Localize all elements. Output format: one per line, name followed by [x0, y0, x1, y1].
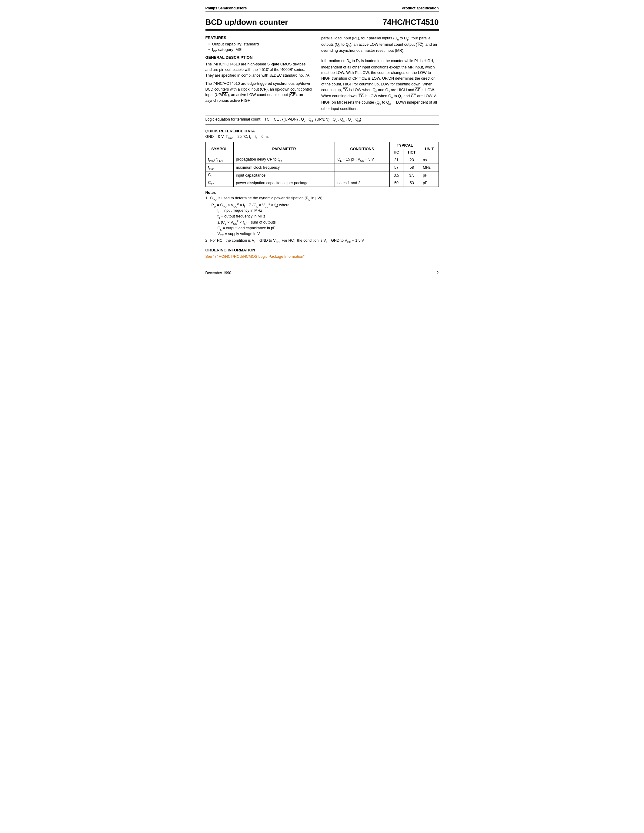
- ordering-link[interactable]: See “74HC/HCT/HCU/HCMOS Logic Package In…: [206, 254, 306, 259]
- table-row: CPD power dissipation capacitance per pa…: [206, 179, 438, 187]
- footer-date: December 1990: [206, 271, 231, 275]
- cell-symbol: CI: [206, 172, 233, 179]
- right-para2: Information on D0 to D3 is loaded into t…: [321, 58, 439, 111]
- cell-conditions: CL = 15 pF; VCC = 5 V: [335, 156, 390, 164]
- company-name: Philips Semiconductors: [206, 6, 247, 10]
- title-rule: [206, 29, 439, 31]
- cell-symbol: fmax: [206, 164, 233, 172]
- cell-conditions: notes 1 and 2: [335, 179, 390, 187]
- part-number: 74HC/HCT4510: [383, 18, 439, 27]
- logic-eq-text: Logic equation for terminal count: TC = …: [206, 117, 361, 121]
- ordering-heading: ORDERING INFORMATION: [206, 248, 439, 252]
- col-symbol: SYMBOL: [206, 142, 233, 156]
- features-list: Output capability: standard ICC category…: [206, 42, 312, 53]
- cell-parameter: input capacitance: [233, 172, 335, 179]
- col-conditions: CONDITIONS: [335, 142, 390, 156]
- formula-1: PD = CPD × VCC2 × fi + Σ (CL × VCC2 × fo…: [211, 203, 439, 208]
- quick-ref-heading: QUICK REFERENCE DATA: [206, 129, 439, 133]
- gen-desc-para1: The 74HC/HCT4510 are high-speed Si-gate …: [206, 61, 312, 79]
- formula-fi: fi = input frequency in MHz: [217, 208, 439, 214]
- logic-equation: Logic equation for terminal count: TC = …: [206, 115, 439, 124]
- cell-unit: pF: [420, 172, 438, 179]
- cell-hc: 57: [390, 164, 403, 172]
- left-column: FEATURES Output capability: standard ICC…: [206, 35, 312, 111]
- title-section: BCD up/down counter 74HC/HCT4510: [206, 18, 439, 27]
- col-hc: HC: [390, 149, 403, 156]
- doc-type: Product specification: [402, 6, 438, 10]
- cell-unit: pF: [420, 179, 438, 187]
- document-title: BCD up/down counter: [206, 18, 288, 27]
- notes-heading: Notes: [206, 191, 439, 195]
- table-row: tPHL/ tPLH propagation delay CP to Qn CL…: [206, 156, 438, 164]
- cell-hct: 53: [403, 179, 420, 187]
- table-row: CI input capacitance 3.5 3.5 pF: [206, 172, 438, 179]
- cell-symbol: tPHL/ tPLH: [206, 156, 233, 164]
- formula-vcc: VCC = supply voltage in V: [217, 232, 439, 237]
- quick-reference-table: SYMBOL PARAMETER CONDITIONS TYPICAL UNIT…: [206, 142, 439, 187]
- quick-reference-section: QUICK REFERENCE DATA GND = 0 V; Tamb = 2…: [206, 129, 439, 187]
- list-item: ICC category: MSI: [209, 47, 312, 53]
- cell-hc: 3.5: [390, 172, 403, 179]
- col-unit: UNIT: [420, 142, 438, 156]
- formula-sum: Σ (CL × VCC2 × fo) = sum of outputs: [217, 220, 439, 225]
- features-heading: FEATURES: [206, 35, 312, 40]
- page-footer: December 1990 2: [206, 271, 439, 275]
- formula-cl: CL = output load capacitance in pF: [217, 226, 439, 231]
- note-2: 2. For HC the condition is VI = GND to V…: [206, 238, 439, 244]
- note-1: 1. CPD is used to determine the dynamic …: [206, 196, 439, 201]
- footer-page: 2: [437, 271, 439, 275]
- cell-hc: 21: [390, 156, 403, 164]
- cell-parameter: propagation delay CP to Qn: [233, 156, 335, 164]
- cell-hct: 3.5: [403, 172, 420, 179]
- cell-hc: 50: [390, 179, 403, 187]
- col-parameter: PARAMETER: [233, 142, 335, 156]
- cell-parameter: maximum clock frequency: [233, 164, 335, 172]
- ordering-section: ORDERING INFORMATION See “74HC/HCT/HCU/H…: [206, 248, 439, 259]
- col-typical: TYPICAL: [390, 142, 420, 149]
- cell-symbol: CPD: [206, 179, 233, 187]
- list-item: Output capability: standard: [209, 42, 312, 47]
- right-para1: parallel load input (PL), four parallel …: [321, 35, 439, 54]
- cell-unit: ns: [420, 156, 438, 164]
- formula-fo: fo = output frequency in MHz: [217, 214, 439, 219]
- cell-conditions: [335, 164, 390, 172]
- gen-desc-para2: The 74HC/HCT4510 are edge-triggered sync…: [206, 81, 312, 104]
- page-header: Philips Semiconductors Product specifica…: [206, 6, 439, 12]
- cell-parameter: power dissipation capacitance per packag…: [233, 179, 335, 187]
- gen-desc-heading: GENERAL DESCRIPTION: [206, 55, 312, 60]
- cell-conditions: [335, 172, 390, 179]
- notes-section: Notes 1. CPD is used to determine the dy…: [206, 191, 439, 243]
- cell-hct: 58: [403, 164, 420, 172]
- cell-hct: 23: [403, 156, 420, 164]
- main-content: FEATURES Output capability: standard ICC…: [206, 35, 439, 111]
- cell-unit: MHz: [420, 164, 438, 172]
- right-column: parallel load input (PL), four parallel …: [321, 35, 439, 111]
- col-hct: HCT: [403, 149, 420, 156]
- quick-ref-sub: GND = 0 V; Tamb = 25 °C; tr = tf = 6 ns: [206, 135, 439, 140]
- table-row: fmax maximum clock frequency 57 58 MHz: [206, 164, 438, 172]
